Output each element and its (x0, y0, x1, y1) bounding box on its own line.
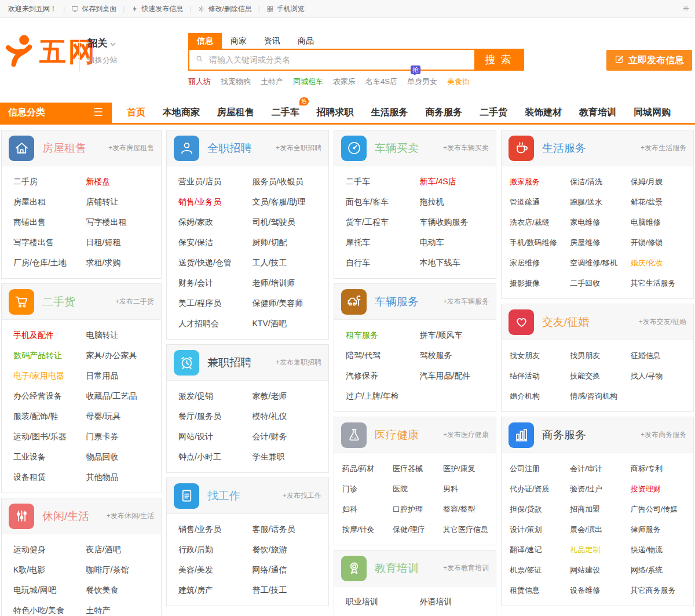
card-item[interactable]: 房屋出租 (13, 192, 86, 212)
publish-link[interactable]: +发布车辆服务 (443, 297, 489, 307)
card-item[interactable]: 餐厅/服务员 (178, 406, 253, 427)
card-item[interactable]: 代办证/资质 (510, 479, 570, 499)
card-item[interactable]: 建筑/房产 (178, 580, 253, 600)
publish-link[interactable]: +发布交友/征婚 (639, 317, 686, 327)
person-icon[interactable] (174, 136, 199, 161)
card-item[interactable]: 货车/工程车 (346, 212, 420, 232)
card-item[interactable]: 拖拉机 (420, 192, 494, 212)
card-item[interactable]: 家教/老师 (253, 386, 327, 406)
card-item[interactable]: 家具/办公家具 (86, 345, 159, 366)
card-item[interactable]: 日租/短租 (86, 232, 159, 253)
card-item[interactable]: 销售/业务员 (178, 192, 253, 212)
card-title[interactable]: 房屋租售 (42, 141, 86, 156)
publish-link[interactable]: +发布教育培训 (443, 563, 489, 573)
card-item[interactable]: 设计/策划 (510, 519, 570, 540)
card-item[interactable]: 运动/图书/乐器 (13, 427, 86, 447)
card-item[interactable]: 普工/技工 (253, 580, 327, 600)
card-title[interactable]: 休闲/生活 (42, 509, 89, 524)
card-item[interactable]: 医疗器械 (393, 458, 443, 479)
card-item[interactable]: 厂房/仓库/土地 (13, 253, 86, 273)
card-item[interactable]: 厨师/切配 (253, 232, 327, 253)
card-item[interactable]: 找女朋友 (510, 345, 570, 366)
card-item[interactable]: 搬家服务 (510, 172, 570, 192)
nav-item[interactable]: 本地商家 (163, 107, 200, 119)
hot-link[interactable]: 同城租车 (293, 76, 323, 87)
card-item[interactable]: 整容/整型 (443, 499, 493, 519)
card-item[interactable]: 按摩/针灸 (342, 519, 393, 540)
card-item[interactable]: 保安/保洁 (178, 232, 253, 253)
card-item[interactable]: 跑腿/送水 (570, 192, 630, 212)
hot-link[interactable]: 丽人坊 (188, 76, 211, 87)
publish-link[interactable]: +发布找工作 (283, 491, 321, 501)
card-item[interactable]: 写字楼出租 (86, 212, 159, 232)
card-item[interactable]: 模特/礼仪 (253, 406, 327, 427)
card-item[interactable]: 设备维修 (570, 580, 630, 600)
award-icon[interactable] (341, 556, 367, 581)
card-item[interactable]: 财务/会计 (178, 273, 253, 293)
nav-item[interactable]: 商务服务 (425, 107, 462, 119)
publish-link[interactable]: +发布全职招聘 (276, 143, 321, 153)
barchart-icon[interactable] (509, 422, 534, 448)
publish-button[interactable]: 立即发布信息 (606, 50, 692, 71)
card-item[interactable]: 租赁信息 (510, 580, 570, 600)
card-item[interactable]: 房屋维修 (570, 232, 630, 253)
card-item[interactable]: 婚介机构 (510, 386, 570, 406)
card-item[interactable]: 设备租赁 (13, 467, 86, 487)
card-item[interactable]: 美容/美发 (178, 560, 253, 580)
card-title[interactable]: 车辆买卖 (375, 141, 419, 156)
hot-link[interactable]: 名车4S店 (365, 76, 397, 87)
card-item[interactable]: 空调维修/移机 (570, 253, 630, 273)
card-item[interactable]: 客服/话务员 (253, 519, 327, 540)
card-title[interactable]: 二手货 (42, 294, 75, 309)
publish-link[interactable]: +发布车辆买卖 (443, 143, 489, 153)
card-item[interactable]: 营业员/店员 (178, 172, 253, 192)
cart-icon[interactable] (9, 289, 34, 315)
card-item[interactable]: 本地下线车 (420, 253, 494, 273)
coffee-icon[interactable] (509, 136, 534, 161)
card-item[interactable]: 收藏品/工艺品 (86, 386, 159, 406)
card-item[interactable]: 职业培训 (346, 592, 420, 612)
card-item[interactable]: 商铺出售 (13, 212, 86, 232)
card-item[interactable]: 鲜花/盆景 (631, 192, 691, 212)
card-item[interactable]: 其他物品 (86, 467, 159, 487)
card-item[interactable]: 二手回收 (570, 273, 630, 293)
card-item[interactable]: 土特产 (86, 600, 159, 616)
nav-item[interactable]: 教育培训 (579, 107, 616, 119)
nav-item[interactable]: 同城网购 (634, 107, 671, 119)
card-item[interactable]: 日常用品 (86, 366, 159, 386)
card-item[interactable]: 派发/促销 (178, 386, 253, 406)
card-item[interactable]: 保姆/月嫂 (631, 172, 691, 192)
card-item[interactable]: 车辆收购服务 (420, 212, 494, 232)
card-item[interactable]: 展会/演出 (570, 519, 630, 540)
card-item[interactable]: 特色小吃/美食 (13, 600, 86, 616)
card-item[interactable]: 工人/技工 (253, 253, 327, 273)
card-item[interactable]: 手机及配件 (13, 325, 86, 345)
card-item[interactable]: 电子/家用电器 (13, 366, 86, 386)
publish-link[interactable]: +发布生活服务 (641, 143, 686, 153)
document-icon[interactable] (174, 483, 199, 509)
card-item[interactable]: 老师/培训师 (253, 273, 327, 293)
card-item[interactable]: 拼车/顺风车 (420, 325, 494, 345)
card-item[interactable]: 自行车 (346, 253, 420, 273)
card-item[interactable]: 电脑维修 (631, 212, 691, 232)
card-item[interactable]: 管道疏通 (510, 192, 570, 212)
card-item[interactable]: 摩托车 (346, 232, 420, 253)
card-item[interactable]: 钟点/小时工 (178, 447, 253, 467)
hot-link[interactable]: 找宠物狗 (221, 76, 251, 87)
switch-city-link[interactable]: 切换分站 (87, 55, 118, 65)
logo[interactable]: 五网 (5, 33, 97, 70)
card-item[interactable]: 洗衣店/裁缝 (510, 212, 570, 232)
city-name[interactable]: 韶关 (87, 37, 118, 50)
card-item[interactable]: 其它医疗信息 (443, 519, 493, 540)
card-item[interactable]: 餐饮美食 (86, 580, 159, 600)
card-item[interactable]: 技能交换 (570, 366, 630, 386)
card-item[interactable]: 销售/业务员 (178, 519, 253, 540)
card-item[interactable]: 咖啡厅/茶馆 (86, 560, 159, 580)
topbar-link[interactable]: 快速发布信息 (131, 4, 183, 14)
card-title[interactable]: 兼职招聘 (207, 355, 251, 370)
card-item[interactable]: 医护/康复 (443, 458, 493, 479)
card-item[interactable]: 工业设备 (13, 447, 86, 467)
speedometer-icon[interactable] (341, 136, 367, 161)
card-item[interactable]: 司机/驾驶员 (253, 212, 327, 232)
publish-link[interactable]: +发布兼职招聘 (276, 358, 321, 367)
